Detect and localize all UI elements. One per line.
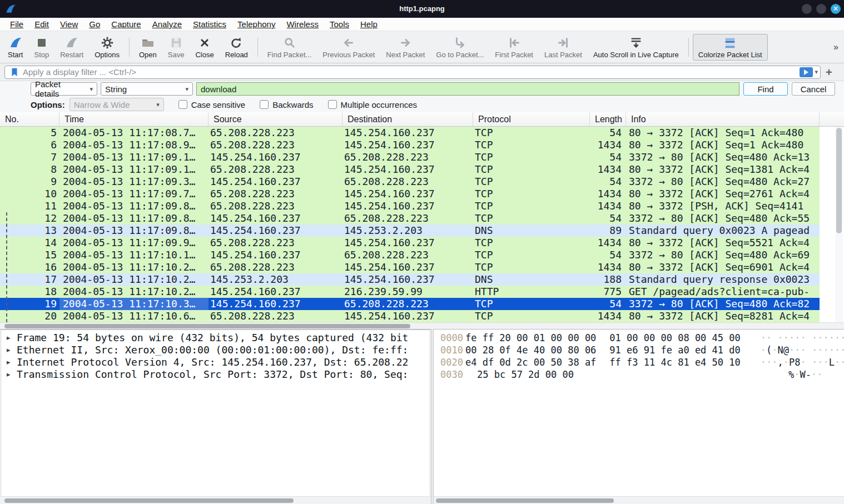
menu-item-wireless[interactable]: Wireless <box>281 19 324 29</box>
toolbar-button-previous-packet[interactable]: Previous Packet <box>317 34 380 61</box>
toolbar-button-save[interactable]: Save <box>162 34 190 61</box>
scrollbar-thumb[interactable] <box>836 128 842 233</box>
cell-protocol: TCP <box>473 237 590 249</box>
hex-row[interactable]: 003025 bc 57 2d 00 00%·W-·· <box>434 368 844 381</box>
hex-row[interactable]: 0020e4 df 0d 2c 00 50 38 afff f3 11 4c 8… <box>434 356 844 368</box>
menu-item-tools[interactable]: Tools <box>324 19 355 29</box>
toolbar-button-options[interactable]: Options <box>89 34 125 61</box>
detail-line[interactable]: ▸Frame 19: 54 bytes on wire (432 bits), … <box>0 332 431 344</box>
toolbar-button-find-packet[interactable]: Find Packet... <box>262 34 317 61</box>
column-header-protocol[interactable]: Protocol <box>473 112 590 126</box>
column-header-destination[interactable]: Destination <box>342 112 473 126</box>
apply-filter-arrow-icon[interactable] <box>800 67 813 77</box>
toolbar-button-last-packet[interactable]: Last Packet <box>539 34 588 61</box>
packet-list-vertical-scrollbar[interactable] <box>835 127 843 322</box>
expand-triangle-icon[interactable]: ▸ <box>7 344 11 356</box>
packet-row[interactable]: 142004-05-13 11:17:09.9…65.208.228.22314… <box>0 237 820 249</box>
scrollbar-thumb[interactable] <box>4 324 410 328</box>
toolbar-button-auto-scroll-in-live-capture[interactable]: Auto Scroll in Live Capture <box>588 34 684 61</box>
column-header-source[interactable]: Source <box>208 112 342 126</box>
menu-item-analyze[interactable]: Analyze <box>147 19 187 29</box>
minimize-circle-icon[interactable] <box>802 4 812 14</box>
display-filter-field[interactable]: ▾ <box>4 66 821 79</box>
detail-line[interactable]: ▸Internet Protocol Version 4, Src: 145.2… <box>0 356 431 368</box>
menu-item-capture[interactable]: Capture <box>106 19 146 29</box>
hex-offset: 0000 <box>440 332 463 344</box>
toolbar-button-next-packet[interactable]: Next Packet <box>380 34 430 61</box>
packet-row[interactable]: 122004-05-13 11:17:09.8…145.254.160.2376… <box>0 212 820 224</box>
menu-item-view[interactable]: View <box>54 19 83 29</box>
details-horizontal-scrollbar[interactable] <box>0 496 431 504</box>
menu-item-telephony[interactable]: Telephony <box>232 19 281 29</box>
filter-dropdown-chevron-icon[interactable]: ▾ <box>815 68 818 76</box>
packet-row[interactable]: 82004-05-13 11:17:09.1…65.208.228.223145… <box>0 163 820 176</box>
toolbar-button-start[interactable]: Start <box>2 34 28 61</box>
packet-row[interactable]: 182004-05-13 11:17:10.2…145.254.160.2372… <box>0 286 820 298</box>
packet-row[interactable]: 152004-05-13 11:17:10.1…145.254.160.2376… <box>0 249 820 261</box>
checkbox-box[interactable] <box>328 100 337 109</box>
packet-row[interactable]: 202004-05-13 11:17:10.6…65.208.228.22314… <box>0 310 820 322</box>
packet-row[interactable]: 92004-05-13 11:17:09.3…145.254.160.23765… <box>0 176 820 188</box>
maximize-circle-icon[interactable] <box>816 4 826 14</box>
checkbox-box[interactable] <box>260 100 269 109</box>
packet-row[interactable]: 112004-05-13 11:17:09.8…65.208.228.22314… <box>0 200 820 212</box>
find-query-input[interactable] <box>196 82 739 96</box>
packet-row[interactable]: 102004-05-13 11:17:09.7…65.208.228.22314… <box>0 188 820 200</box>
menu-item-edit[interactable]: Edit <box>29 19 54 29</box>
checkbox-case-sensitive[interactable]: Case sensitive <box>178 100 246 109</box>
find-button[interactable]: Find <box>743 82 788 96</box>
menu-item-statistics[interactable]: Statistics <box>187 19 232 29</box>
toolbar-overflow-icon[interactable]: » <box>833 42 838 52</box>
hex-row[interactable]: 0000fe ff 20 00 01 00 00 0001 00 00 00 0… <box>434 332 844 344</box>
packet-list-horizontal-scrollbar[interactable] <box>0 322 844 329</box>
find-type-dropdown[interactable]: String ▾ <box>101 82 193 96</box>
column-header-info[interactable]: Info <box>626 112 820 126</box>
scrollbar-thumb[interactable] <box>436 498 614 503</box>
detail-line[interactable]: ▸Transmission Control Protocol, Src Port… <box>0 368 431 381</box>
packet-row[interactable]: 72004-05-13 11:17:09.1…145.254.160.23765… <box>0 151 820 163</box>
title-bar[interactable]: http1.pcapng ✕ <box>0 0 844 18</box>
packet-row[interactable]: 132004-05-13 11:17:09.8…145.254.160.2371… <box>0 224 820 237</box>
cell-time: 2004-05-13 11:17:09.8… <box>59 212 208 224</box>
menu-item-file[interactable]: File <box>4 19 29 29</box>
hex-offset: 0030 <box>440 368 475 381</box>
hex-horizontal-scrollbar[interactable] <box>434 496 844 504</box>
toolbar-button-stop[interactable]: Stop <box>28 34 54 61</box>
toolbar-button-reload[interactable]: Reload <box>220 34 254 61</box>
scrollbar-thumb[interactable] <box>4 498 294 503</box>
toolbar-button-restart[interactable]: Restart <box>54 34 89 61</box>
column-header-no[interactable]: No. <box>0 112 59 126</box>
column-header-time[interactable]: Time <box>59 112 208 126</box>
packet-row[interactable]: 62004-05-13 11:17:08.9…65.208.228.223145… <box>0 139 820 151</box>
toolbar-button-open[interactable]: Open <box>133 34 162 61</box>
menu-item-go[interactable]: Go <box>83 19 106 29</box>
cell-length: 1434 <box>590 188 626 200</box>
close-circle-icon[interactable]: ✕ <box>831 4 841 14</box>
find-scope-dropdown[interactable]: Packet details ▾ <box>31 82 97 96</box>
bookmark-icon[interactable] <box>9 67 19 77</box>
detail-line[interactable]: ▸Ethernet II, Src: Xerox_00:00:00 (00:00… <box>0 344 431 356</box>
toolbar-button-go-to-packet[interactable]: Go to Packet... <box>430 34 489 61</box>
expand-triangle-icon[interactable]: ▸ <box>7 368 11 381</box>
toolbar-button-close[interactable]: Close <box>190 34 219 61</box>
menu-item-help[interactable]: Help <box>355 19 383 29</box>
display-filter-input[interactable] <box>22 67 800 77</box>
packet-row[interactable]: 52004-05-13 11:17:08.7…65.208.228.223145… <box>0 127 820 139</box>
packet-row[interactable]: 162004-05-13 11:17:10.2…65.208.228.22314… <box>0 261 820 273</box>
hex-row[interactable]: 001000 28 0f 4e 40 00 80 0691 e6 91 fe a… <box>434 344 844 356</box>
expand-triangle-icon[interactable]: ▸ <box>7 356 11 368</box>
toolbar-button-colorize-packet-list[interactable]: Colorize Packet List <box>693 34 768 61</box>
char-width-dropdown[interactable]: Narrow & Wide ▾ <box>69 98 164 111</box>
packet-row[interactable]: 192004-05-13 11:17:10.3…145.254.160.2376… <box>0 298 820 310</box>
toolbar-button-first-packet[interactable]: First Packet <box>489 34 539 61</box>
cancel-button[interactable]: Cancel <box>792 82 835 96</box>
hex-bytes-group2: ff f3 11 4c 81 e4 50 10 <box>609 356 740 368</box>
add-filter-button-icon[interactable]: + <box>826 67 832 78</box>
checkbox-backwards[interactable]: Backwards <box>260 100 313 109</box>
packet-row[interactable]: 172004-05-13 11:17:10.2…145.253.2.203145… <box>0 273 820 286</box>
toolbar-button-label: Restart <box>60 51 83 59</box>
checkbox-multiple-occurrences[interactable]: Multiple occurrences <box>328 100 418 109</box>
checkbox-box[interactable] <box>178 100 187 109</box>
column-header-length[interactable]: Length <box>590 112 626 126</box>
expand-triangle-icon[interactable]: ▸ <box>7 332 11 344</box>
